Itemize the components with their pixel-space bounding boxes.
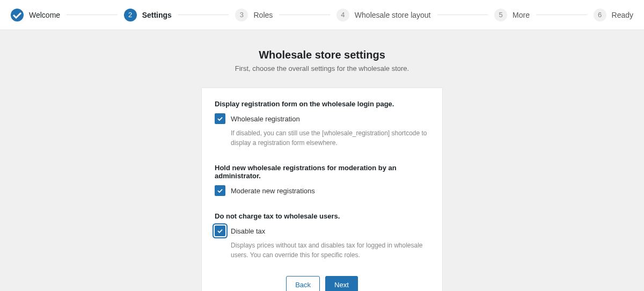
settings-card: Display registration form on the wholesa… (201, 88, 443, 291)
setting-heading: Do not charge tax to wholesale users. (215, 212, 429, 220)
checkbox-label[interactable]: Disable tax (231, 227, 265, 235)
step-label: Roles (253, 11, 273, 19)
back-button[interactable]: Back (286, 276, 320, 291)
step-connector (437, 14, 488, 15)
step-number: 5 (494, 9, 507, 21)
step-connector (536, 14, 587, 15)
help-text: If disabled, you can still use the [whol… (231, 128, 429, 148)
step-number: 2 (124, 9, 137, 21)
wizard-stepper: Welcome 2 Settings 3 Roles 4 Wholesale s… (0, 0, 644, 30)
setting-heading: Hold new wholesale registrations for mod… (215, 164, 429, 180)
step-number: 3 (235, 9, 248, 21)
help-text: Displays prices without tax and disables… (231, 241, 429, 260)
next-button[interactable]: Next (325, 276, 358, 291)
step-connector (178, 14, 229, 15)
step-number: 4 (336, 9, 349, 21)
check-icon (216, 187, 224, 194)
step-label: Settings (142, 11, 172, 19)
checkbox-label[interactable]: Moderate new registrations (231, 187, 315, 195)
step-label: Welcome (29, 11, 60, 19)
check-icon (216, 115, 224, 122)
step-more[interactable]: 5 More (494, 9, 530, 21)
step-ready[interactable]: 6 Ready (594, 9, 633, 21)
action-buttons: Back Next (215, 276, 429, 291)
step-roles[interactable]: 3 Roles (235, 9, 273, 21)
moderate-registrations-checkbox[interactable] (215, 185, 225, 196)
step-layout[interactable]: 4 Wholesale store layout (336, 9, 431, 21)
checkbox-row: Wholesale registration (215, 113, 429, 124)
step-connector (67, 14, 118, 15)
check-icon (216, 227, 224, 235)
disable-tax-checkbox[interactable] (215, 225, 225, 236)
checkbox-row: Moderate new registrations (215, 185, 429, 196)
step-welcome[interactable]: Welcome (11, 9, 60, 21)
checkbox-label[interactable]: Wholesale registration (231, 115, 300, 123)
page-title: Wholesale store settings (259, 49, 385, 61)
check-icon (11, 9, 24, 21)
setting-tax: Do not charge tax to wholesale users. Di… (215, 212, 429, 260)
step-connector (279, 14, 330, 15)
wholesale-registration-checkbox[interactable] (215, 113, 225, 124)
step-label: Wholesale store layout (355, 11, 431, 19)
checkbox-row: Disable tax (215, 225, 429, 236)
main-content: Wholesale store settings First, choose t… (0, 30, 644, 291)
setting-moderation: Hold new wholesale registrations for mod… (215, 164, 429, 196)
step-number: 6 (594, 9, 606, 21)
step-settings[interactable]: 2 Settings (124, 9, 172, 21)
step-label: Ready (612, 11, 633, 19)
step-label: More (513, 11, 530, 19)
setting-heading: Display registration form on the wholesa… (215, 100, 429, 108)
setting-registration: Display registration form on the wholesa… (215, 100, 429, 148)
page-subtitle: First, choose the overall settings for t… (235, 64, 409, 72)
